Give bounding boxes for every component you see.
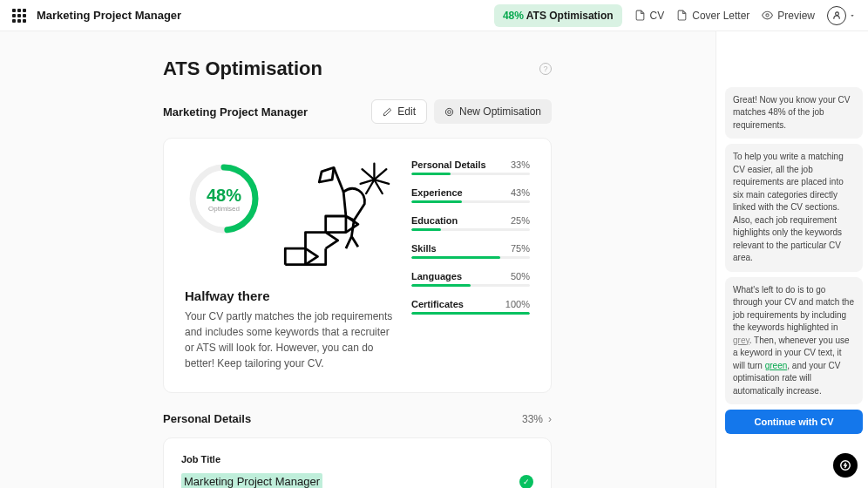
svg-point-2 bbox=[445, 108, 452, 115]
job-title-keyword[interactable]: Marketing Project Manager bbox=[181, 473, 322, 488]
chat-panel: Great! Now you know your CV matches 48% … bbox=[715, 31, 868, 488]
metric-row: Personal Details33% bbox=[411, 159, 530, 175]
gauge-percent: 48% bbox=[207, 186, 241, 206]
personal-details-card: Job Title Marketing Project Manager ✓ Lo… bbox=[163, 437, 552, 488]
preview-button[interactable]: Preview bbox=[762, 10, 815, 22]
section-pct: 33% bbox=[522, 413, 543, 425]
metric-label: Personal Details bbox=[411, 159, 486, 170]
progress-bar bbox=[411, 256, 530, 259]
apps-icon[interactable] bbox=[12, 9, 26, 23]
gauge-label: Optimised bbox=[208, 205, 240, 213]
svg-point-0 bbox=[766, 14, 769, 17]
metric-label: Experience bbox=[411, 187, 463, 198]
progress-bar bbox=[411, 284, 530, 287]
metric-label: Languages bbox=[411, 271, 462, 281]
metric-value: 43% bbox=[511, 187, 530, 198]
progress-bar bbox=[411, 173, 530, 175]
job-title-row: Job Title Marketing Project Manager ✓ bbox=[164, 438, 551, 488]
progress-bar bbox=[411, 200, 530, 203]
chat-message: To help you write a matching CV easier, … bbox=[725, 144, 863, 272]
climbing-illustration bbox=[277, 159, 390, 273]
progress-bar bbox=[411, 312, 530, 315]
metric-value: 33% bbox=[511, 159, 530, 170]
page-title: ATS Optimisation bbox=[163, 58, 322, 80]
account-menu[interactable] bbox=[827, 6, 856, 25]
user-icon bbox=[827, 6, 846, 25]
job-title-heading: Marketing Project Manager bbox=[163, 105, 308, 119]
chat-fab[interactable] bbox=[833, 453, 858, 478]
chevron-down-icon bbox=[849, 12, 856, 19]
summary-heading: Halfway there bbox=[185, 288, 394, 303]
svg-line-10 bbox=[363, 169, 375, 180]
cv-button[interactable]: CV bbox=[634, 10, 665, 22]
job-title-label: Job Title bbox=[181, 454, 533, 464]
progress-gauge: 48% Optimised bbox=[185, 159, 263, 238]
chevron-right-icon: › bbox=[548, 413, 552, 425]
chat-message: Great! Now you know your CV matches 48% … bbox=[725, 87, 863, 139]
metric-row: Skills75% bbox=[411, 243, 530, 259]
progress-bar bbox=[411, 228, 530, 231]
doc-title: Marketing Project Manager bbox=[37, 9, 181, 22]
svg-point-1 bbox=[835, 12, 838, 16]
metric-row: Certificates100% bbox=[411, 299, 530, 315]
document-icon bbox=[676, 10, 688, 21]
check-icon: ✓ bbox=[519, 475, 533, 489]
section-title: Personal Details bbox=[163, 412, 251, 425]
svg-line-8 bbox=[374, 169, 386, 180]
metric-row: Education25% bbox=[411, 215, 530, 231]
section-header-personal-details[interactable]: Personal Details 33% › bbox=[163, 412, 552, 425]
metric-value: 25% bbox=[511, 215, 530, 226]
edit-button[interactable]: Edit bbox=[371, 99, 427, 124]
metric-row: Experience43% bbox=[411, 187, 530, 203]
continue-cv-button[interactable]: Continue with CV bbox=[725, 410, 863, 434]
cover-letter-button[interactable]: Cover Letter bbox=[676, 10, 749, 22]
eye-icon bbox=[762, 10, 773, 21]
ats-pill-pct: 48% bbox=[503, 10, 524, 22]
bolt-icon bbox=[839, 459, 851, 471]
help-icon[interactable]: ? bbox=[539, 63, 552, 75]
metric-value: 75% bbox=[511, 243, 530, 254]
metric-label: Certificates bbox=[411, 299, 464, 309]
ats-pill-label: ATS Optimisation bbox=[526, 10, 614, 22]
new-optimisation-button[interactable]: New Optimisation bbox=[434, 99, 552, 124]
overview-card: 48% Optimised bbox=[163, 138, 552, 393]
chat-message: What's left to do is to go through your … bbox=[725, 277, 863, 405]
svg-point-3 bbox=[448, 110, 451, 113]
pencil-icon bbox=[383, 107, 392, 117]
metric-label: Skills bbox=[411, 243, 437, 254]
metric-value: 100% bbox=[505, 299, 530, 309]
document-icon bbox=[634, 10, 646, 21]
metric-row: Languages50% bbox=[411, 271, 530, 287]
metric-label: Education bbox=[411, 215, 458, 226]
svg-line-6 bbox=[334, 167, 343, 192]
metric-value: 50% bbox=[511, 271, 530, 281]
target-icon bbox=[444, 107, 454, 117]
summary-body: Your CV partly matches the job requireme… bbox=[185, 308, 394, 371]
ats-pill[interactable]: 48% ATS Optimisation bbox=[494, 4, 622, 27]
